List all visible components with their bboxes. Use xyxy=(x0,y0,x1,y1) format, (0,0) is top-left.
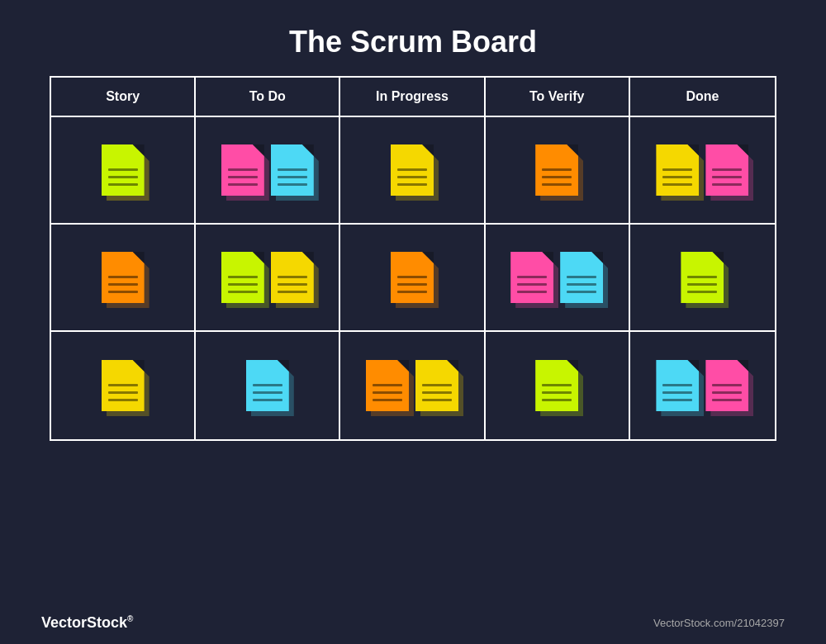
doc-card[interactable] xyxy=(221,252,264,303)
board-row xyxy=(51,117,775,225)
doc-card[interactable] xyxy=(415,360,458,411)
doc-card[interactable] xyxy=(391,252,434,303)
cell-r2-todo xyxy=(196,225,340,330)
doc-card[interactable] xyxy=(510,252,553,303)
cell-r1-toverify xyxy=(486,117,630,223)
cell-r2-inprogress xyxy=(340,225,485,330)
doc-card[interactable] xyxy=(391,144,434,196)
doc-card[interactable] xyxy=(271,252,314,303)
cell-r2-toverify xyxy=(486,225,630,330)
cell-r3-story xyxy=(51,332,196,439)
cell-r1-done xyxy=(630,117,775,223)
doc-card[interactable] xyxy=(535,144,578,196)
col-done: Done xyxy=(630,78,775,116)
scrum-board: Story To Do In Progress To Verify Done xyxy=(50,76,776,441)
col-story: Story xyxy=(51,78,196,116)
doc-card[interactable] xyxy=(656,360,699,411)
col-toverify: To Verify xyxy=(486,78,630,116)
board-header: Story To Do In Progress To Verify Done xyxy=(51,78,775,117)
board-row xyxy=(51,332,775,439)
footer: VectorStock® VectorStock.com/21042397 xyxy=(0,602,826,644)
doc-card[interactable] xyxy=(102,360,145,411)
cell-r3-inprogress xyxy=(340,332,485,439)
cell-r1-story xyxy=(51,117,196,223)
doc-card[interactable] xyxy=(705,360,748,411)
footer-brand: VectorStock® xyxy=(41,614,133,632)
doc-card[interactable] xyxy=(221,144,264,196)
cell-r2-story xyxy=(51,225,196,330)
doc-card[interactable] xyxy=(535,360,578,411)
doc-card[interactable] xyxy=(102,144,145,196)
doc-card[interactable] xyxy=(271,144,314,196)
cell-r3-todo xyxy=(196,332,340,439)
doc-card[interactable] xyxy=(102,252,145,303)
doc-card[interactable] xyxy=(656,144,699,196)
cell-r1-todo xyxy=(196,117,340,223)
doc-card[interactable] xyxy=(366,360,409,411)
doc-card[interactable] xyxy=(705,144,748,196)
board-body xyxy=(51,117,775,439)
doc-card[interactable] xyxy=(246,360,289,411)
page-title: The Scrum Board xyxy=(289,25,537,59)
footer-url: VectorStock.com/21042397 xyxy=(653,617,785,629)
cell-r3-toverify xyxy=(486,332,630,439)
cell-r2-done xyxy=(630,225,775,330)
col-inprogress: In Progress xyxy=(340,78,485,116)
doc-card[interactable] xyxy=(560,252,603,303)
board-row xyxy=(51,225,775,332)
col-todo: To Do xyxy=(196,78,340,116)
cell-r1-inprogress xyxy=(340,117,485,223)
doc-card[interactable] xyxy=(681,252,724,303)
cell-r3-done xyxy=(630,332,775,439)
